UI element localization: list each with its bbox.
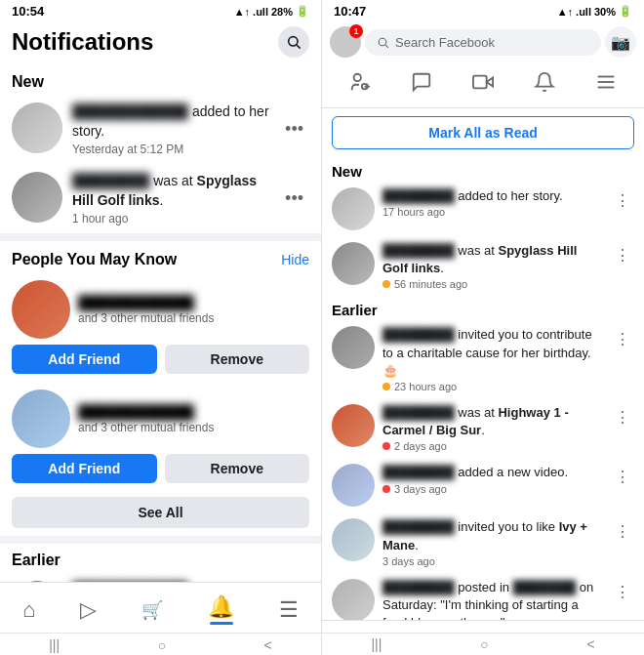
right-notif-item[interactable]: ████████ was at Spyglass Hill Golf links… <box>322 236 644 296</box>
person-actions: Add Friend Remove <box>12 345 309 374</box>
people-section: People You May Know Hide ████████████ an… <box>0 241 321 528</box>
person-info: ████████████ and 3 other mutual friends <box>12 280 309 339</box>
right-content: New ████████ added to her story. 17 hour… <box>322 157 644 620</box>
notif-item[interactable]: ████████ was at Spyglass Hill Golf links… <box>0 164 321 233</box>
more-options-button[interactable]: ••• <box>279 115 309 143</box>
see-all-button[interactable]: See All <box>12 497 309 528</box>
watch-icon: ▷ <box>80 597 97 623</box>
right-notif-item[interactable]: ████████ invited you to like Ivy + Mane.… <box>322 512 644 572</box>
nav-home[interactable]: ⌂ <box>15 595 43 625</box>
right-new-label: New <box>322 157 644 182</box>
avatar <box>332 464 375 507</box>
divider <box>0 536 321 544</box>
search-bar[interactable]: Search Facebook <box>365 29 601 56</box>
more-options-button[interactable]: ⋮ <box>611 328 634 350</box>
svg-marker-6 <box>487 77 493 86</box>
svg-point-0 <box>289 37 298 46</box>
right-top-nav: 1 Search Facebook 📷 <box>322 22 644 61</box>
right-status-icons: ▲↑ .ull 30% 🔋 <box>557 5 632 18</box>
svg-point-4 <box>354 74 361 81</box>
search-placeholder: Search Facebook <box>395 35 495 50</box>
search-icon <box>377 36 389 49</box>
marketplace-icon: 🛒 <box>141 599 163 621</box>
notif-text: ████████ invited you to like Ivy + Mane. <box>382 518 603 553</box>
avatar <box>332 404 375 447</box>
right-system-back[interactable]: < <box>586 636 594 652</box>
mark-all-read-button[interactable]: Mark All as Read <box>332 116 634 149</box>
avatar <box>332 326 375 369</box>
right-icon-nav <box>322 61 644 108</box>
video-nav-icon[interactable] <box>463 65 503 103</box>
notif-item[interactable]: ████████████ invited you to contribute t… <box>0 573 321 582</box>
person-card: ████████████ and 3 other mutual friends … <box>0 272 321 382</box>
avatar <box>12 102 62 153</box>
hide-button[interactable]: Hide <box>281 252 309 267</box>
search-button[interactable] <box>278 26 309 58</box>
right-notif-item[interactable]: ████████ added a new video. 3 days ago ⋮ <box>322 458 644 512</box>
messenger-nav-icon[interactable] <box>401 65 442 103</box>
avatar <box>12 389 70 448</box>
camera-button[interactable]: 📷 <box>605 26 636 58</box>
more-options-button[interactable]: ⋮ <box>611 244 634 266</box>
notification-badge: 1 <box>349 24 363 38</box>
svg-line-3 <box>385 44 388 47</box>
remove-button[interactable]: Remove <box>165 345 310 374</box>
right-time: 10:47 <box>334 4 366 19</box>
menu-nav-icon[interactable] <box>585 65 626 103</box>
system-bar-left-home[interactable]: ○ <box>158 637 166 653</box>
remove-button[interactable]: Remove <box>165 454 310 483</box>
more-options-button[interactable]: ••• <box>279 184 309 213</box>
avatar <box>12 280 70 339</box>
notif-body: ████████ was at Spyglass Hill Golf links… <box>72 172 269 225</box>
divider <box>0 233 321 241</box>
person-card: ████████████ and 3 other mutual friends … <box>0 382 321 491</box>
avatar <box>12 581 62 582</box>
bell-nav-icon[interactable] <box>524 65 565 103</box>
status-bar-left: 10:54 ▲↑ .ull 28% 🔋 <box>0 0 321 22</box>
right-notif-item[interactable]: ████████ added to her story. 17 hours ag… <box>322 182 644 236</box>
notif-body: ████████ added to her story. 17 hours ag… <box>382 187 603 218</box>
notif-text: ████████ invited you to contribute to a … <box>382 326 603 380</box>
notif-item[interactable]: ████████████ added to her story. Yesterd… <box>0 95 321 164</box>
more-options-button[interactable]: ⋮ <box>611 520 634 543</box>
earlier-section-label: Earlier <box>0 544 321 573</box>
notif-text: ████████ was at Highway 1 - Carmel / Big… <box>382 404 603 439</box>
notif-body: ████████ added a new video. 3 days ago <box>382 464 603 494</box>
mutual-friends: and 3 other mutual friends <box>78 421 309 434</box>
status-bar-right: 10:47 ▲↑ .ull 30% 🔋 <box>322 0 644 22</box>
new-section-label: New <box>0 65 321 95</box>
system-bar-left-back[interactable]: < <box>264 637 272 653</box>
notif-time: 2 days ago <box>382 440 603 452</box>
more-options-button[interactable]: ⋮ <box>611 189 634 212</box>
avatar <box>332 518 375 561</box>
right-notif-item[interactable]: ████████ was at Highway 1 - Carmel / Big… <box>322 398 644 458</box>
nav-menu[interactable]: ☰ <box>271 595 306 625</box>
status-dot <box>382 485 390 493</box>
more-options-button[interactable]: ⋮ <box>611 466 634 488</box>
left-content: New ████████████ added to her story. Yes… <box>0 65 321 582</box>
nav-marketplace[interactable]: 🛒 <box>134 597 171 623</box>
person-details: ████████████ and 3 other mutual friends <box>78 294 309 325</box>
notif-time: 1 hour ago <box>72 212 269 225</box>
right-system-home[interactable]: ○ <box>480 636 488 652</box>
profile-avatar[interactable]: 1 <box>330 26 361 58</box>
notif-text: ████████ was at Spyglass Hill Golf links… <box>72 172 269 210</box>
nav-watch[interactable]: ▷ <box>72 595 104 625</box>
notif-body: ████████████ added to her story. Yesterd… <box>72 102 269 156</box>
notif-text: ████████ was at Spyglass Hill Golf links… <box>382 242 603 277</box>
system-bar-left: ||| ○ < <box>0 633 321 655</box>
menu-icon: ☰ <box>279 597 299 623</box>
more-options-button[interactable]: ⋮ <box>611 406 634 429</box>
add-friend-button[interactable]: Add Friend <box>12 454 157 483</box>
notif-time: 23 hours ago <box>382 381 603 392</box>
notif-time: 3 days ago <box>382 483 603 495</box>
right-notif-item[interactable]: ████████ invited you to contribute to a … <box>322 320 644 398</box>
person-details: ████████████ and 3 other mutual friends <box>78 403 309 434</box>
nav-notifications[interactable]: 🔔 <box>200 593 242 627</box>
more-options-button[interactable]: ⋮ <box>611 581 634 603</box>
friends-nav-icon[interactable] <box>340 65 381 103</box>
search-icon <box>286 34 302 50</box>
add-friend-button[interactable]: Add Friend <box>12 345 157 374</box>
svg-rect-7 <box>473 76 487 89</box>
right-notif-item[interactable]: ████████ posted in ███████ on Saturday: … <box>322 573 644 620</box>
